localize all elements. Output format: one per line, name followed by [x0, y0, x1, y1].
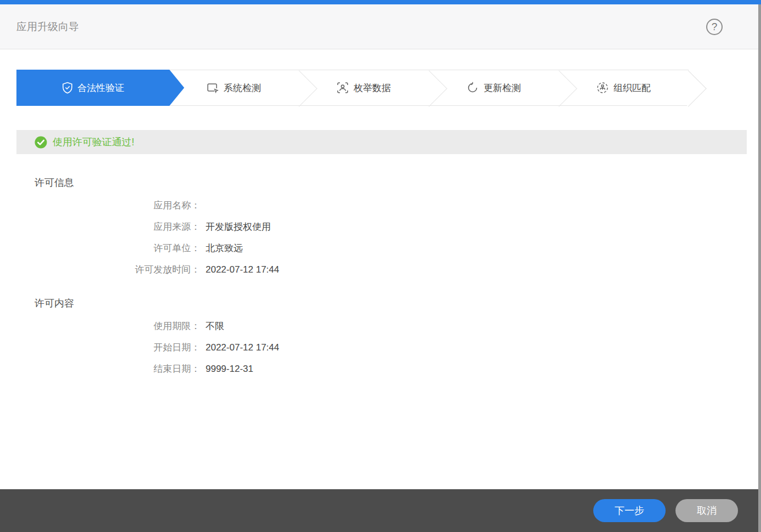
step-progress-bar: 合法性验证 系统检测 枚举数据 — [16, 70, 689, 106]
row-label: 许可发放时间： — [0, 263, 200, 276]
section-title-license-info: 许可信息 — [35, 176, 758, 189]
step-enumerate-data[interactable]: 枚举数据 — [299, 70, 429, 105]
step-label: 系统检测 — [224, 82, 261, 94]
row-value: 不限 — [206, 320, 224, 332]
top-accent-bar — [0, 0, 761, 4]
info-row-app-name: 应用名称： — [0, 195, 758, 216]
step-label: 枚举数据 — [354, 82, 391, 94]
content-row-end-date: 结束日期： 9999-12-31 — [0, 358, 758, 380]
row-label: 结束日期： — [0, 363, 200, 375]
monitor-cursor-icon — [207, 82, 219, 94]
banner-text: 使用许可验证通过! — [53, 135, 134, 149]
content-row-start-date: 开始日期： 2022-07-12 17:44 — [0, 337, 758, 358]
row-label: 使用期限： — [0, 320, 200, 332]
wizard-header: 应用升级向导 ? — [0, 4, 761, 49]
license-success-banner: 使用许可验证通过! — [16, 130, 747, 154]
content-row-term: 使用期限： 不限 — [0, 315, 758, 337]
step-system-check[interactable]: 系统检测 — [169, 70, 299, 105]
row-label: 应用来源： — [0, 220, 200, 233]
row-value: 开发版授权使用 — [206, 220, 271, 233]
license-content-rows: 使用期限： 不限 开始日期： 2022-07-12 17:44 结束日期： 99… — [0, 315, 758, 380]
row-label: 开始日期： — [0, 341, 200, 354]
org-match-icon — [597, 82, 609, 94]
check-circle-icon — [35, 136, 47, 149]
right-scrollbar-track — [758, 4, 761, 532]
help-button[interactable]: ? — [706, 19, 723, 35]
face-scan-icon — [337, 82, 349, 94]
section-title-license-content: 许可内容 — [35, 297, 758, 310]
row-value: 2022-07-12 17:44 — [206, 264, 279, 275]
info-row-licensor: 许可单位： 北京致远 — [0, 237, 758, 259]
row-value: 2022-07-12 17:44 — [206, 342, 279, 353]
refresh-icon — [467, 82, 479, 94]
wizard-body: 合法性验证 系统检测 枚举数据 — [0, 50, 758, 489]
step-label: 组织匹配 — [614, 82, 651, 94]
wizard-footer: 下一步 取消 — [0, 489, 758, 532]
info-row-issue-time: 许可发放时间： 2022-07-12 17:44 — [0, 259, 758, 280]
cancel-button[interactable]: 取消 — [675, 499, 738, 522]
info-row-app-source: 应用来源： 开发版授权使用 — [0, 216, 758, 237]
step-legality-check[interactable]: 合法性验证 — [17, 70, 169, 105]
step-label: 更新检测 — [484, 82, 521, 94]
step-label: 合法性验证 — [78, 82, 124, 94]
step-update-check[interactable]: 更新检测 — [429, 70, 559, 105]
row-value: 9999-12-31 — [206, 364, 253, 375]
row-label: 许可单位： — [0, 242, 200, 254]
row-value: 北京致远 — [206, 242, 243, 254]
next-step-button[interactable]: 下一步 — [593, 499, 666, 522]
step-org-match[interactable]: 组织匹配 — [559, 70, 689, 105]
license-info-rows: 应用名称： 应用来源： 开发版授权使用 许可单位： 北京致远 许可发放时间： 2… — [0, 195, 758, 280]
page-title: 应用升级向导 — [16, 20, 79, 34]
row-label: 应用名称： — [0, 199, 200, 212]
shield-check-icon — [62, 82, 73, 94]
question-icon: ? — [712, 21, 718, 33]
